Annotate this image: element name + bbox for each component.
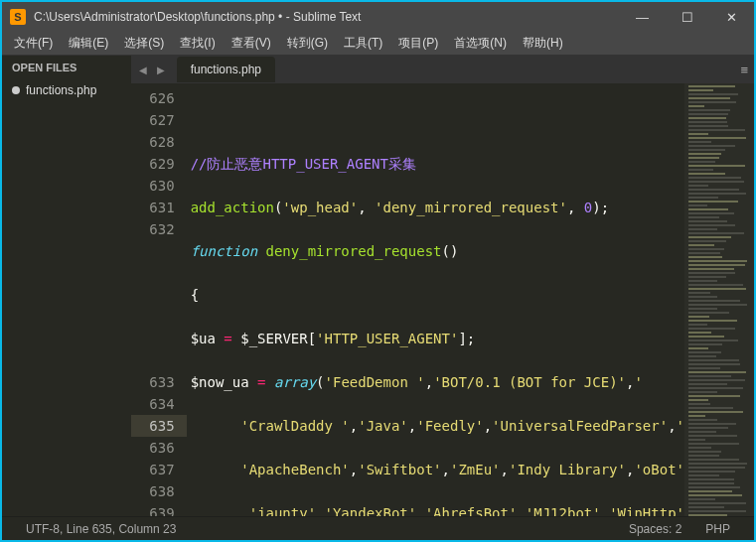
code-editor[interactable]: 626627628629 630631632 633634635636 6376… (131, 83, 754, 516)
menu-file[interactable]: 文件(F) (6, 32, 61, 55)
code-text[interactable]: //防止恶意HTTP_USER_AGENT采集 add_action('wp_h… (187, 83, 684, 516)
menu-tools[interactable]: 工具(T) (336, 32, 390, 55)
editor-area: ◀ ▶ functions.php ≡ 626627628629 6306316… (131, 56, 754, 516)
status-spaces[interactable]: Spaces: 2 (617, 522, 693, 536)
tab-menu-icon[interactable]: ≡ (740, 63, 748, 77)
menubar: 文件(F) 编辑(E) 选择(S) 查找(I) 查看(V) 转到(G) 工具(T… (2, 32, 754, 56)
app-logo-icon: S (10, 9, 26, 25)
app-window: S C:\Users\Administrator\Desktop\functio… (0, 0, 756, 542)
tab-functions[interactable]: functions.php (177, 57, 275, 82)
sidebar-file-label: functions.php (26, 83, 96, 97)
menu-project[interactable]: 项目(P) (390, 32, 446, 55)
menu-find[interactable]: 查找(I) (172, 32, 223, 55)
menu-help[interactable]: 帮助(H) (515, 32, 571, 55)
window-title: C:\Users\Administrator\Desktop\functions… (34, 10, 620, 24)
statusbar: UTF-8, Line 635, Column 23 Spaces: 2 PHP (2, 516, 754, 540)
menu-prefs[interactable]: 首选项(N) (446, 32, 515, 55)
sidebar: OPEN FILES functions.php (2, 56, 131, 516)
menu-edit[interactable]: 编辑(E) (61, 32, 116, 55)
sidebar-file-item[interactable]: functions.php (2, 79, 131, 101)
nav-forward-icon[interactable]: ▶ (153, 62, 169, 77)
maximize-button[interactable]: ☐ (665, 2, 709, 32)
menu-view[interactable]: 查看(V) (224, 32, 279, 55)
dirty-dot-icon (12, 86, 20, 94)
tabbar: ◀ ▶ functions.php ≡ (131, 56, 754, 83)
minimize-button[interactable]: — (620, 2, 665, 32)
main-area: OPEN FILES functions.php ◀ ▶ functions.p… (2, 56, 754, 516)
open-files-header: OPEN FILES (2, 56, 131, 79)
menu-goto[interactable]: 转到(G) (279, 32, 336, 55)
status-encoding[interactable]: UTF-8, Line 635, Column 23 (14, 522, 188, 536)
nav-back-icon[interactable]: ◀ (135, 62, 151, 77)
status-lang[interactable]: PHP (693, 522, 742, 536)
gutter: 626627628629 630631632 633634635636 6376… (131, 83, 187, 516)
titlebar: S C:\Users\Administrator\Desktop\functio… (2, 2, 754, 32)
tab-nav: ◀ ▶ (131, 62, 173, 77)
minimap[interactable] (684, 83, 754, 516)
close-button[interactable]: ✕ (709, 2, 754, 32)
menu-select[interactable]: 选择(S) (116, 32, 172, 55)
